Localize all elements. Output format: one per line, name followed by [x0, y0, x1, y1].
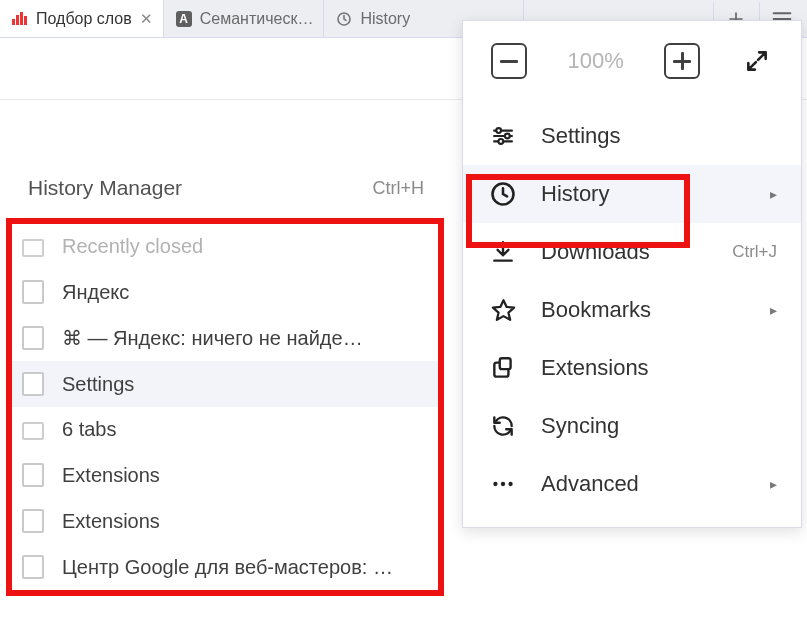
svg-point-1 — [496, 128, 501, 133]
extensions-icon — [489, 354, 517, 382]
history-item[interactable]: Extensions — [12, 498, 438, 544]
page-icon — [22, 280, 44, 304]
folder-icon — [22, 422, 44, 440]
history-popup-title: History Manager — [28, 176, 182, 200]
menu-item-advanced[interactable]: Advanced ▸ — [463, 455, 801, 513]
history-item-settings[interactable]: Settings — [12, 361, 438, 407]
star-icon — [489, 296, 517, 324]
download-icon — [489, 238, 517, 266]
tab-title: Семантическ… — [200, 10, 314, 28]
page-icon — [22, 326, 44, 350]
history-item-recently-closed[interactable]: Recently closed — [12, 224, 438, 269]
history-list: Recently closed Яндекс ⌘ — Яндекс: ничег… — [12, 224, 438, 590]
menu-item-label: Settings — [541, 123, 621, 149]
page-icon — [22, 372, 44, 396]
menu-item-syncing[interactable]: Syncing — [463, 397, 801, 455]
menu-item-shortcut: Ctrl+J — [732, 242, 777, 262]
history-item-label: Extensions — [62, 464, 160, 487]
main-menu-dropdown: 100% Settings History ▸ Downloads Ctrl+J — [462, 20, 802, 528]
menu-item-history[interactable]: History ▸ — [463, 165, 801, 223]
menu-item-label: Advanced — [541, 471, 639, 497]
chevron-right-icon: ▸ — [770, 302, 777, 318]
history-item-label: Extensions — [62, 510, 160, 533]
svg-rect-6 — [500, 358, 511, 369]
history-item[interactable]: Центр Google для веб-мастеров: … — [12, 544, 438, 590]
svg-point-2 — [505, 134, 510, 139]
folder-icon — [22, 239, 44, 257]
zoom-in-button[interactable] — [664, 43, 700, 79]
menu-item-bookmarks[interactable]: Bookmarks ▸ — [463, 281, 801, 339]
history-item-label: ⌘ — Яндекс: ничего не найде… — [62, 326, 363, 350]
page-icon — [22, 555, 44, 579]
sync-icon — [489, 412, 517, 440]
menu-item-label: Downloads — [541, 239, 650, 265]
history-item-label: 6 tabs — [62, 418, 116, 441]
zoom-out-button[interactable] — [491, 43, 527, 79]
svg-point-7 — [493, 482, 497, 486]
menu-item-downloads[interactable]: Downloads Ctrl+J — [463, 223, 801, 281]
minus-icon — [500, 60, 518, 63]
menu-item-label: Bookmarks — [541, 297, 651, 323]
history-item[interactable]: ⌘ — Яндекс: ничего не найде… — [12, 315, 438, 361]
fullscreen-icon — [744, 48, 770, 74]
zoom-controls: 100% — [463, 39, 801, 107]
history-item-6tabs[interactable]: 6 tabs — [12, 407, 438, 452]
dots-icon — [489, 470, 517, 498]
page-icon — [22, 509, 44, 533]
close-icon[interactable]: ✕ — [140, 10, 153, 28]
fullscreen-button[interactable] — [741, 45, 773, 77]
chevron-right-icon: ▸ — [770, 476, 777, 492]
tab-podbor-slov[interactable]: Подбор слов ✕ — [0, 0, 164, 37]
tab-title: Подбор слов — [36, 10, 132, 28]
svg-point-3 — [498, 139, 503, 144]
svg-point-8 — [501, 482, 505, 486]
svg-point-9 — [508, 482, 512, 486]
menu-item-label: Syncing — [541, 413, 619, 439]
history-popup: History Manager Ctrl+H Recently closed Я… — [6, 168, 444, 596]
clock-icon — [336, 11, 352, 27]
history-item-label: Яндекс — [62, 281, 129, 304]
clock-icon — [489, 180, 517, 208]
menu-item-label: Extensions — [541, 355, 649, 381]
sliders-icon — [489, 122, 517, 150]
letter-a-icon: A — [176, 11, 192, 27]
history-item[interactable]: Extensions — [12, 452, 438, 498]
menu-item-settings[interactable]: Settings — [463, 107, 801, 165]
chart-bars-icon — [12, 11, 28, 27]
history-item[interactable]: Яндекс — [12, 269, 438, 315]
chevron-right-icon: ▸ — [770, 186, 777, 202]
history-item-label: Settings — [62, 373, 134, 396]
menu-item-label: History — [541, 181, 609, 207]
history-list-highlight: Recently closed Яндекс ⌘ — Яндекс: ничег… — [6, 218, 444, 596]
page-icon — [22, 463, 44, 487]
menu-item-extensions[interactable]: Extensions — [463, 339, 801, 397]
history-popup-shortcut: Ctrl+H — [372, 178, 424, 199]
history-item-label: Recently closed — [62, 235, 203, 258]
history-item-label: Центр Google для веб-мастеров: … — [62, 556, 393, 579]
tab-semantic[interactable]: A Семантическ… — [164, 0, 325, 37]
zoom-percent: 100% — [568, 48, 624, 74]
history-manager-header[interactable]: History Manager Ctrl+H — [6, 168, 444, 218]
